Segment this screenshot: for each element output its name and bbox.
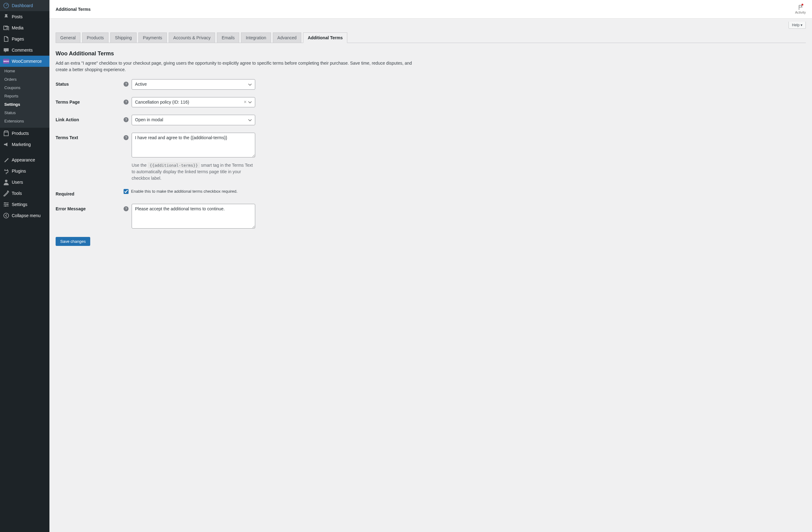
terms-text-label: Terms Text xyxy=(56,133,124,140)
terms-page-label: Terms Page xyxy=(56,97,124,104)
smart-tag-code: {{additional-terms}} xyxy=(148,163,200,168)
comment-icon xyxy=(3,47,9,53)
sidebar-label: Comments xyxy=(12,47,33,53)
tab-emails[interactable]: Emails xyxy=(217,32,239,43)
section-description: Add an extra "I agree" checkbox to your … xyxy=(56,60,414,73)
svg-point-4 xyxy=(5,180,8,182)
svg-point-8 xyxy=(4,213,9,218)
sidebar-label: Media xyxy=(12,25,24,30)
clear-icon[interactable]: × xyxy=(244,99,247,105)
required-label: Required xyxy=(56,189,124,196)
plug-icon xyxy=(3,168,9,174)
svg-rect-3 xyxy=(4,132,8,136)
page-icon xyxy=(3,36,9,42)
wrench-icon xyxy=(3,190,9,196)
sidebar-item-comments[interactable]: Comments xyxy=(0,44,49,56)
sidebar-item-marketing[interactable]: Marketing xyxy=(0,139,49,150)
sidebar-subitem-coupons[interactable]: Coupons xyxy=(0,84,49,92)
woo-submenu: Home Orders Coupons Reports Settings Sta… xyxy=(0,67,49,128)
megaphone-icon xyxy=(3,141,9,148)
sidebar-item-woocommerce[interactable]: woo WooCommerce xyxy=(0,56,49,67)
help-button[interactable]: Help ▾ xyxy=(788,22,806,29)
sidebar-label: Marketing xyxy=(12,142,31,147)
sidebar-label: Appearance xyxy=(12,157,35,163)
caret-down-icon: ▾ xyxy=(800,23,802,27)
collapse-icon xyxy=(3,212,9,219)
pin-icon xyxy=(3,14,9,20)
media-icon xyxy=(3,25,9,31)
products-icon xyxy=(3,130,9,136)
error-message-input[interactable] xyxy=(132,204,255,228)
sidebar-label: Plugins xyxy=(12,169,26,173)
status-label: Status xyxy=(56,79,124,87)
required-checkbox-label: Enable this to make the additional terms… xyxy=(131,189,237,194)
woo-icon: woo xyxy=(3,58,9,64)
brush-icon xyxy=(3,157,9,163)
sidebar-item-appearance[interactable]: Appearance xyxy=(0,154,49,166)
svg-point-2 xyxy=(6,28,7,29)
tab-accounts-privacy[interactable]: Accounts & Privacy xyxy=(169,32,215,43)
admin-sidebar: Dashboard Posts Media Pages Comments woo… xyxy=(0,0,49,532)
sidebar-item-dashboard[interactable]: Dashboard xyxy=(0,0,49,11)
sidebar-item-settings[interactable]: Settings xyxy=(0,199,49,210)
sidebar-subitem-home[interactable]: Home xyxy=(0,67,49,75)
help-tip-icon[interactable]: ? xyxy=(124,135,129,140)
sidebar-label: Pages xyxy=(12,37,24,41)
sidebar-subitem-reports[interactable]: Reports xyxy=(0,92,49,100)
sidebar-label: Settings xyxy=(12,202,28,207)
sidebar-label: Dashboard xyxy=(12,3,33,8)
settings-tabs: General Products Shipping Payments Accou… xyxy=(56,32,806,43)
link-action-label: Link Action xyxy=(56,115,124,122)
required-checkbox[interactable] xyxy=(124,189,129,194)
topbar: Additional Terms Activity xyxy=(49,0,812,18)
sidebar-subitem-extensions[interactable]: Extensions xyxy=(0,117,49,125)
svg-point-5 xyxy=(4,202,5,204)
help-tip-icon[interactable]: ? xyxy=(124,82,129,87)
help-label: Help xyxy=(792,23,800,27)
sidebar-item-products[interactable]: Products xyxy=(0,128,49,139)
sidebar-label: Posts xyxy=(12,14,23,19)
activity-label: Activity xyxy=(795,11,806,14)
dashboard-icon xyxy=(3,2,9,9)
tab-advanced[interactable]: Advanced xyxy=(273,32,301,43)
activity-button[interactable]: Activity xyxy=(795,4,806,14)
sidebar-item-media[interactable]: Media xyxy=(0,22,49,33)
tab-shipping[interactable]: Shipping xyxy=(110,32,136,43)
user-icon xyxy=(3,179,9,185)
help-tip-icon[interactable]: ? xyxy=(124,100,129,104)
save-button[interactable]: Save changes xyxy=(56,237,90,246)
sidebar-subitem-settings[interactable]: Settings xyxy=(0,100,49,109)
link-action-select[interactable]: Open in modal xyxy=(132,115,255,125)
sidebar-item-posts[interactable]: Posts xyxy=(0,11,49,22)
terms-text-help: Use the {{additional-terms}} smart tag i… xyxy=(132,162,255,182)
svg-point-7 xyxy=(5,205,6,207)
tab-additional-terms[interactable]: Additional Terms xyxy=(303,32,347,43)
sidebar-label: Collapse menu xyxy=(12,213,41,218)
help-tip-icon[interactable]: ? xyxy=(124,117,129,122)
sidebar-label: Users xyxy=(12,180,23,185)
terms-text-input[interactable] xyxy=(132,133,255,157)
sliders-icon xyxy=(3,201,9,208)
tab-products[interactable]: Products xyxy=(82,32,108,43)
error-message-label: Error Message xyxy=(56,204,124,211)
svg-point-6 xyxy=(7,204,8,205)
section-title: Woo Additional Terms xyxy=(56,51,806,57)
notification-dot-icon xyxy=(801,4,803,5)
main-content: Additional Terms Activity Help ▾ General… xyxy=(49,0,812,532)
sidebar-item-users[interactable]: Users xyxy=(0,177,49,188)
sidebar-subitem-orders[interactable]: Orders xyxy=(0,75,49,84)
help-tip-icon[interactable]: ? xyxy=(124,206,129,211)
terms-page-select[interactable]: Cancellation policy (ID: 116) xyxy=(132,97,255,108)
sidebar-label: Tools xyxy=(12,191,22,196)
sidebar-item-tools[interactable]: Tools xyxy=(0,188,49,199)
sidebar-item-plugins[interactable]: Plugins xyxy=(0,166,49,177)
sidebar-label: Products xyxy=(12,131,29,136)
tab-payments[interactable]: Payments xyxy=(139,32,167,43)
status-select[interactable]: Active xyxy=(132,79,255,90)
tab-general[interactable]: General xyxy=(56,32,80,43)
tab-integration[interactable]: Integration xyxy=(241,32,271,43)
sidebar-subitem-status[interactable]: Status xyxy=(0,109,49,117)
page-title: Additional Terms xyxy=(56,7,90,12)
sidebar-item-collapse[interactable]: Collapse menu xyxy=(0,210,49,221)
sidebar-item-pages[interactable]: Pages xyxy=(0,33,49,44)
